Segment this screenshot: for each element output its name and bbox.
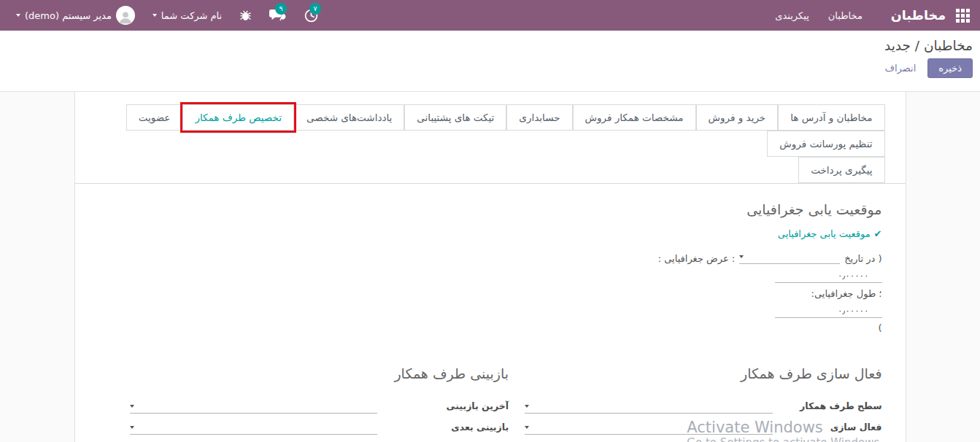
- partner-activation-group: فعال سازی طرف همکار سطح طرف همکار فعال س…: [525, 365, 882, 442]
- partner-review-group: بازبینی طرف همکار آخرین بازبینی بازبینی …: [130, 365, 509, 442]
- app-name[interactable]: مخاطبان: [891, 8, 946, 23]
- tab-personal-notes[interactable]: یادداشت‌های شخصی: [294, 104, 404, 131]
- latitude-label: : عرض جغرافیایی :: [658, 253, 735, 264]
- top-navbar: مخاطبان مخاطبان پیکربندی ۷ ۹: [0, 0, 980, 31]
- longitude-label: ؛ طول جغرافیایی:: [130, 288, 882, 299]
- partner-level-row: سطح طرف همکار: [525, 392, 882, 414]
- tab-partner-assignment[interactable]: تخصیص طرف همکار: [182, 104, 294, 131]
- chevron-down-icon: [153, 14, 157, 17]
- messages-menu[interactable]: ۹: [263, 8, 292, 23]
- activation-section-title: فعال سازی طرف همکار: [525, 365, 882, 381]
- form-sheet: مخاطبان و آدرس ها خرید و فروش مشخصات همک…: [74, 92, 906, 442]
- next-review-select[interactable]: [130, 420, 378, 435]
- activities-menu[interactable]: ۷: [298, 8, 325, 23]
- tab-vendor-details[interactable]: مشخصات همکار فروش: [573, 104, 696, 131]
- next-review-row: بازبینی بعدی: [130, 414, 509, 435]
- chevron-down-icon: [16, 14, 20, 17]
- geolocate-button[interactable]: ✔ موقعیت یابی جغرافیایی: [130, 228, 882, 239]
- breadcrumb[interactable]: مخاطبان / جدید: [7, 38, 973, 53]
- tab-membership[interactable]: عضویت: [126, 104, 183, 131]
- bug-icon: [239, 9, 252, 22]
- check-icon: ✔: [874, 228, 882, 239]
- chevron-down-icon: [525, 405, 529, 408]
- chevron-down-icon: [130, 405, 134, 408]
- tab-sales-commission[interactable]: تنظیم پورسانت فروش: [767, 131, 884, 157]
- latitude-input[interactable]: ۰٫۰۰۰۰۰: [775, 269, 882, 283]
- avatar: [116, 6, 135, 25]
- chevron-down-icon: [130, 426, 134, 429]
- chevron-down-icon: [525, 426, 529, 429]
- review-section-title: بازبینی طرف همکار: [130, 365, 509, 381]
- notebook-tab-strip: مخاطبان و آدرس ها خرید و فروش مشخصات همک…: [75, 104, 906, 184]
- menu-contacts[interactable]: مخاطبان: [819, 10, 872, 21]
- next-review-label: بازبینی بعدی: [377, 422, 509, 435]
- chevron-down-icon: [739, 255, 744, 258]
- geolocation-section-title: موقعیت یابی جغرافیایی: [130, 201, 882, 217]
- geolocation-row: ( در تاریخ : عرض جغرافیایی :: [130, 246, 882, 264]
- activities-badge: ۷: [309, 3, 321, 15]
- tab-payment-followup[interactable]: پیگیری پرداخت: [798, 157, 884, 183]
- systray: ۷ ۹: [10, 6, 325, 25]
- activation-select[interactable]: [525, 420, 773, 435]
- save-button[interactable]: ذخیره: [927, 58, 973, 78]
- company-switcher[interactable]: نام شرکت شما: [147, 10, 228, 21]
- debug-menu[interactable]: [234, 9, 258, 22]
- activation-label: فعال سازی: [773, 422, 882, 435]
- activation-row: فعال سازی: [525, 414, 882, 435]
- tab-page-content: موقعیت یابی جغرافیایی ✔ موقعیت یابی جغرا…: [75, 184, 906, 442]
- notebook-tabs: مخاطبان و آدرس ها خرید و فروش مشخصات همک…: [75, 104, 885, 183]
- partner-level-label: سطح طرف همکار: [773, 400, 882, 414]
- last-review-label: آخرین بازبینی: [377, 400, 509, 414]
- apps-grid-icon[interactable]: [956, 9, 970, 23]
- tab-sales-purchase[interactable]: خرید و فروش: [696, 104, 779, 131]
- discard-button[interactable]: انصراف: [876, 59, 925, 77]
- user-name: مدیر سیستم (demo): [25, 10, 112, 21]
- level-weight-row: وزن سطح ۰: [525, 435, 882, 442]
- navbar-main-menus: مخاطبان مخاطبان پیکربندی: [765, 8, 970, 23]
- form-view-area: مخاطبان و آدرس ها خرید و فروش مشخصات همک…: [0, 92, 980, 442]
- geo-date-prefix: ( در تاریخ: [844, 253, 881, 264]
- company-name: نام شرکت شما: [161, 10, 222, 21]
- tab-accounting[interactable]: حسابداری: [506, 104, 572, 131]
- geolocate-button-label: موقعیت یابی جغرافیایی: [778, 228, 871, 239]
- geo-closing-paren: ): [130, 322, 882, 333]
- tab-support-tickets[interactable]: تیکت های پشتیبانی: [404, 104, 506, 131]
- last-review-row: آخرین بازبینی: [130, 392, 509, 414]
- geo-date-input[interactable]: [739, 249, 840, 264]
- control-panel: مخاطبان / جدید ذخیره انصراف: [0, 31, 980, 92]
- control-panel-buttons: ذخیره انصراف: [7, 58, 973, 78]
- tab-contacts-addresses[interactable]: مخاطبان و آدرس ها: [778, 104, 884, 131]
- menu-configuration[interactable]: پیکربندی: [765, 10, 818, 21]
- last-review-select[interactable]: [130, 399, 378, 414]
- form-columns: فعال سازی طرف همکار سطح طرف همکار فعال س…: [130, 365, 882, 442]
- user-menu[interactable]: مدیر سیستم (demo): [10, 6, 141, 25]
- partner-level-select[interactable]: [525, 399, 773, 414]
- longitude-input[interactable]: ۰٫۰۰۰۰۰: [775, 304, 882, 318]
- geolocation-fields: ( در تاریخ : عرض جغرافیایی : ۰٫۰۰۰۰۰ ؛ ط…: [130, 246, 882, 333]
- partnership-date-row: تاریخ مشارکت: [130, 435, 509, 442]
